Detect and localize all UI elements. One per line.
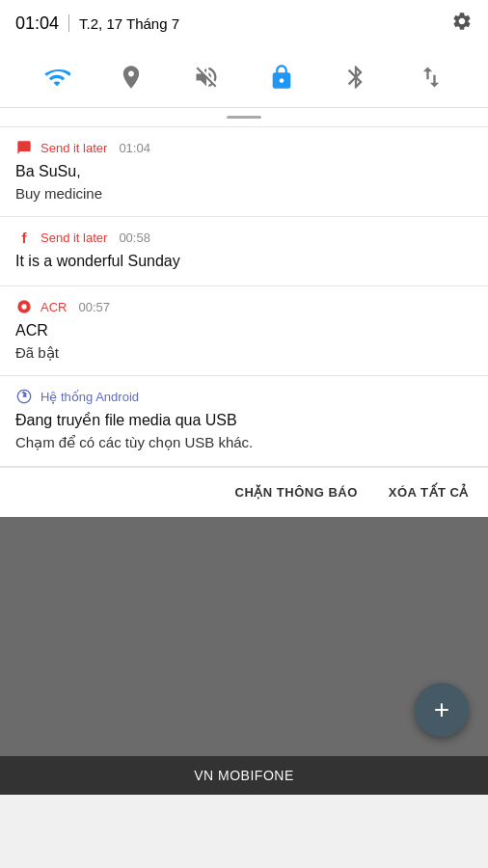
acr-icon xyxy=(15,298,33,315)
mute-icon[interactable] xyxy=(193,64,220,91)
status-bar: 01:04 T.2, 17 Tháng 7 xyxy=(0,0,488,46)
notif-body-4: Chạm để có các tùy chọn USB khác. xyxy=(15,433,473,452)
fab-plus-icon: + xyxy=(434,694,449,725)
notif-body-3: Đã bật xyxy=(15,343,473,363)
background-area: + xyxy=(0,517,488,756)
notification-item[interactable]: f Send it later 00:58 It is a wonderful … xyxy=(0,217,488,286)
notification-item[interactable]: Hệ thống Android Đang truyền file media … xyxy=(0,376,488,466)
drag-handle-bar xyxy=(227,116,261,119)
carrier-name: VN MOBIFONE xyxy=(194,768,294,783)
bottom-bar: VN MOBIFONE xyxy=(0,756,488,795)
clear-all-button[interactable]: XÓA TẤT CẢ xyxy=(389,485,469,500)
notif-header: ACR 00:57 xyxy=(15,298,473,315)
notif-header: Hệ thống Android xyxy=(15,388,473,405)
bluetooth-icon[interactable] xyxy=(342,64,369,91)
notif-header: Send it later 01:04 xyxy=(15,139,473,156)
notif-header: f Send it later 00:58 xyxy=(15,229,473,246)
status-divider xyxy=(68,14,69,32)
status-date: T.2, 17 Tháng 7 xyxy=(79,15,179,32)
fab-button[interactable]: + xyxy=(415,683,469,737)
location-icon[interactable] xyxy=(118,64,145,91)
usb-icon xyxy=(15,388,33,405)
notification-item[interactable]: ACR 00:57 ACR Đã bật xyxy=(0,286,488,376)
notif-title-4: Đang truyền file media qua USB xyxy=(15,411,473,431)
notification-item[interactable]: Send it later 01:04 Ba SuSu, Buy medicin… xyxy=(0,127,488,217)
message-icon xyxy=(15,139,33,156)
svg-point-1 xyxy=(21,304,26,309)
notif-app-name-2: Send it later xyxy=(41,231,107,245)
notif-time-1: 01:04 xyxy=(119,141,150,155)
notif-title-3: ACR xyxy=(15,321,473,341)
action-bar: CHẶN THÔNG BÁO XÓA TẤT CẢ xyxy=(0,467,488,517)
wifi-icon[interactable] xyxy=(43,64,70,91)
notif-title-1: Ba SuSu, xyxy=(15,162,473,182)
status-bar-left: 01:04 T.2, 17 Tháng 7 xyxy=(15,14,179,34)
notification-panel: Send it later 01:04 Ba SuSu, Buy medicin… xyxy=(0,127,488,467)
gear-icon[interactable] xyxy=(451,11,473,37)
facebook-icon: f xyxy=(15,229,33,246)
notif-body-1: Buy medicine xyxy=(15,184,473,203)
notif-time-3: 00:57 xyxy=(78,300,110,314)
notif-app-name-1: Send it later xyxy=(41,141,107,155)
screen-lock-icon[interactable] xyxy=(268,64,295,91)
notif-app-name-4: Hệ thống Android xyxy=(41,390,139,404)
notif-time-2: 00:58 xyxy=(119,231,150,245)
data-transfer-icon[interactable] xyxy=(418,64,445,91)
quick-settings-bar xyxy=(0,46,488,108)
notif-app-name-3: ACR xyxy=(41,300,67,314)
drag-handle xyxy=(0,108,488,127)
status-time: 01:04 xyxy=(15,14,59,34)
notif-title-2: It is a wonderful Sunday xyxy=(15,252,473,272)
block-notifications-button[interactable]: CHẶN THÔNG BÁO xyxy=(235,485,358,500)
